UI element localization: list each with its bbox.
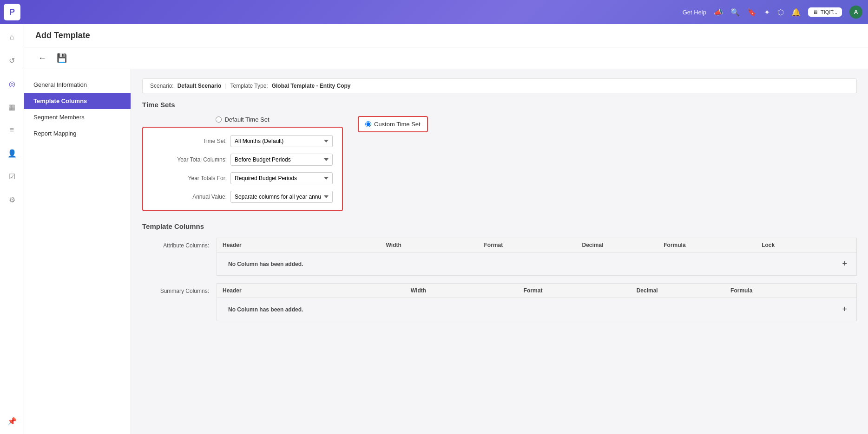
- custom-timeset-radio[interactable]: [365, 121, 371, 127]
- attribute-columns-row: Attribute Columns: Header Width Format D…: [142, 238, 857, 276]
- attr-header-format: Format: [479, 242, 577, 248]
- nav-item-segment-members[interactable]: Segment Members: [24, 109, 131, 125]
- time-sets-title: Time Sets: [142, 101, 857, 109]
- compass-icon[interactable]: ✦: [764, 8, 770, 17]
- main-layout: ⌂ ↺ ◎ ▦ ≡ 👤 ☑ ⚙ 📌 Add Template ← 💾 Gener…: [0, 24, 868, 434]
- sidebar-icon-gear[interactable]: ⚙: [5, 192, 20, 207]
- sidebar-icon-chart[interactable]: ≡: [5, 123, 20, 137]
- divider: |: [225, 83, 226, 89]
- highlight-icon: 🖥: [813, 9, 818, 15]
- avatar[interactable]: A: [849, 6, 862, 19]
- scenario-bar: Scenario: Default Scenario | Template Ty…: [142, 78, 857, 93]
- custom-timeset-option: Custom Time Set: [358, 116, 428, 132]
- annual-value-label: Annual Value:: [152, 194, 227, 200]
- app-highlight-button[interactable]: 🖥 TIQIT...: [808, 7, 842, 17]
- get-help-link[interactable]: Get Help: [683, 9, 706, 16]
- toolbar: ← 💾: [24, 47, 868, 69]
- sidebar-icon-location[interactable]: ◎: [5, 76, 20, 91]
- page-header: Add Template: [24, 24, 868, 47]
- default-timeset-radio[interactable]: [216, 117, 222, 123]
- type-value: Global Template - Entity Copy: [272, 83, 351, 89]
- custom-timeset-box: Custom Time Set: [358, 116, 428, 132]
- attr-header-header: Header: [217, 242, 381, 248]
- summary-columns-table: Header Width Format Decimal Formula No C…: [217, 283, 857, 321]
- sidebar-icon-home[interactable]: ⌂: [5, 30, 20, 45]
- annual-value-row: Annual Value: Separate columns for all y…: [152, 191, 333, 203]
- year-totals-for-label: Year Totals For:: [152, 175, 227, 181]
- scenario-value: Default Scenario: [178, 83, 222, 89]
- page-title: Add Template: [35, 31, 857, 40]
- sidebar-icon-history[interactable]: ↺: [5, 53, 20, 68]
- main-panel: Scenario: Default Scenario | Template Ty…: [131, 69, 868, 434]
- summary-columns-body: No Column has been added. +: [217, 298, 856, 321]
- cube-icon[interactable]: ⬡: [777, 8, 784, 17]
- attribute-empty-message: No Column has been added.: [223, 261, 309, 267]
- search-icon[interactable]: 🔍: [730, 8, 740, 17]
- add-attribute-column-button[interactable]: +: [838, 257, 851, 271]
- nav-item-report-mapping[interactable]: Report Mapping: [24, 125, 131, 142]
- summary-columns-label: Summary Columns:: [142, 283, 217, 299]
- annual-value-select[interactable]: Separate columns for all year annual v: [230, 191, 333, 203]
- time-set-label: Time Set:: [152, 138, 227, 144]
- bookmark-icon[interactable]: 🔖: [747, 8, 756, 17]
- attr-header-lock: Lock: [756, 242, 838, 248]
- template-columns-section: Template Columns Attribute Columns: Head…: [142, 222, 857, 321]
- year-totals-for-select[interactable]: Required Budget Periods: [230, 172, 333, 184]
- summary-columns-header: Header Width Format Decimal Formula: [217, 284, 856, 298]
- sum-header-actions: [838, 287, 856, 294]
- sum-header-decimal: Decimal: [631, 287, 725, 294]
- attr-header-width: Width: [381, 242, 479, 248]
- attr-header-actions: [838, 242, 856, 248]
- nav-item-template-columns[interactable]: Template Columns: [24, 93, 131, 109]
- nav-item-general-info[interactable]: General Information: [24, 77, 131, 93]
- template-columns-title: Template Columns: [142, 222, 857, 230]
- sum-header-format: Format: [518, 287, 631, 294]
- attr-header-formula: Formula: [658, 242, 756, 248]
- sidebar-icon-grid[interactable]: ▦: [5, 99, 20, 114]
- default-timeset-box: Time Set: All Months (Default) Year Tota…: [142, 127, 343, 211]
- time-set-select[interactable]: All Months (Default): [230, 135, 333, 147]
- summary-empty-message: No Column has been added.: [223, 306, 309, 313]
- time-sets-row: Default Time Set Time Set: All Months (D…: [142, 116, 857, 211]
- inner-layout: General Information Template Columns Seg…: [24, 69, 868, 434]
- year-total-columns-label: Year Total Columns:: [152, 156, 227, 163]
- nav-sidebar: General Information Template Columns Seg…: [24, 69, 131, 434]
- back-button[interactable]: ←: [35, 52, 49, 65]
- highlight-label: TIQIT...: [821, 9, 837, 15]
- attribute-columns-header: Header Width Format Decimal Formula Lock: [217, 238, 856, 253]
- bell-icon[interactable]: 🔔: [791, 8, 801, 17]
- add-summary-column-button[interactable]: +: [838, 303, 851, 316]
- scenario-label: Scenario:: [150, 83, 174, 89]
- year-totals-for-row: Year Totals For: Required Budget Periods: [152, 172, 333, 184]
- default-timeset-label[interactable]: Default Time Set: [216, 116, 269, 123]
- attribute-columns-label: Attribute Columns:: [142, 238, 217, 253]
- time-set-row: Time Set: All Months (Default): [152, 135, 333, 147]
- default-timeset-option: Default Time Set Time Set: All Months (D…: [142, 116, 343, 211]
- sidebar-icon-person[interactable]: 👤: [5, 146, 20, 161]
- attr-header-decimal: Decimal: [576, 242, 658, 248]
- year-total-columns-row: Year Total Columns: Before Budget Period…: [152, 154, 333, 166]
- app-logo: P: [4, 4, 20, 20]
- sidebar-icon-pin[interactable]: 📌: [5, 414, 20, 428]
- sum-header-formula: Formula: [725, 287, 838, 294]
- megaphone-icon[interactable]: 📣: [714, 8, 723, 17]
- type-label: Template Type:: [230, 83, 268, 89]
- save-button[interactable]: 💾: [54, 51, 70, 65]
- left-sidebar: ⌂ ↺ ◎ ▦ ≡ 👤 ☑ ⚙ 📌: [0, 24, 24, 434]
- top-bar-right: Get Help 📣 🔍 🔖 ✦ ⬡ 🔔 🖥 TIQIT... A: [683, 6, 862, 19]
- content-area: Add Template ← 💾 General Information Tem…: [24, 24, 868, 434]
- top-bar: P Get Help 📣 🔍 🔖 ✦ ⬡ 🔔 🖥 TIQIT... A: [0, 0, 868, 24]
- sum-header-header: Header: [217, 287, 405, 294]
- attribute-columns-table: Header Width Format Decimal Formula Lock…: [217, 238, 857, 276]
- summary-columns-row: Summary Columns: Header Width Format Dec…: [142, 283, 857, 321]
- attribute-columns-body: No Column has been added. +: [217, 253, 856, 275]
- custom-timeset-label: Custom Time Set: [374, 121, 421, 128]
- sum-header-width: Width: [405, 287, 518, 294]
- year-total-columns-select[interactable]: Before Budget Periods: [230, 154, 333, 166]
- sidebar-icon-task[interactable]: ☑: [5, 169, 20, 184]
